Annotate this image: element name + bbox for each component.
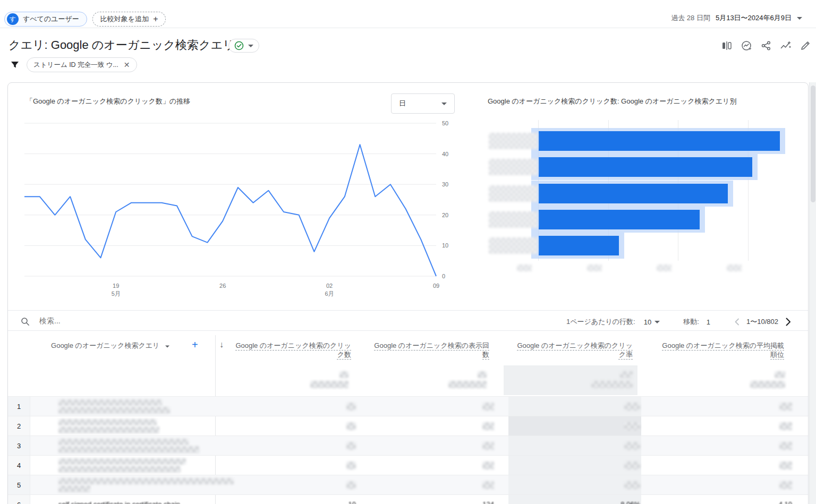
metric-cell	[497, 436, 643, 455]
bar	[539, 184, 728, 203]
row-number: 1	[8, 397, 30, 416]
pagination-range: 1〜10/802	[746, 317, 778, 327]
total-ctr-note-redacted	[591, 381, 633, 388]
y-axis-label: 30	[442, 181, 448, 187]
query-redacted	[58, 439, 189, 445]
column-header-query[interactable]: Google のオーガニック検索クエリ	[23, 341, 198, 350]
value-text: 4.10	[779, 500, 792, 504]
bar-label-redacted	[489, 211, 538, 228]
date-range-picker[interactable]: 過去 28 日間 5月13日〜2024年6月9日	[671, 13, 802, 23]
bar	[539, 210, 700, 229]
query-redacted	[58, 485, 90, 492]
all-users-label: すべてのユーザー	[23, 14, 79, 24]
value-redacted	[779, 462, 792, 469]
total-impressions-pct-redacted	[448, 381, 487, 388]
value-redacted	[482, 422, 494, 430]
bar-label-redacted	[489, 159, 538, 175]
value-redacted	[346, 442, 356, 450]
search-input[interactable]: 検索...	[39, 317, 61, 326]
date-range-label: 5月13日〜2024年6月9日	[716, 13, 792, 23]
metric-cell	[497, 397, 643, 416]
bar-label-redacted	[489, 133, 538, 149]
value-redacted	[346, 462, 356, 469]
bar-chart	[481, 120, 809, 274]
plus-icon: +	[153, 14, 158, 24]
row-number: 5	[8, 475, 30, 494]
row-number: 4	[8, 456, 30, 475]
query-text: self signed certificate in certificate c…	[58, 500, 180, 504]
column-header-ctr[interactable]: Google のオーガニック検索のクリック率	[511, 341, 633, 359]
close-icon[interactable]: ✕	[124, 61, 130, 69]
check-circle-icon	[234, 41, 244, 50]
column-header-impressions[interactable]: Google のオーガニック検索の表示回数	[372, 341, 489, 359]
table-row: 5	[8, 475, 808, 494]
insights-icon[interactable]	[740, 39, 753, 52]
metric-cell	[213, 475, 359, 494]
chevron-down-icon	[248, 45, 253, 47]
goto-page-input[interactable]: 1	[707, 318, 710, 326]
ctr-band-redacted	[504, 365, 638, 395]
scrollbar-thumb[interactable]	[811, 86, 815, 202]
metric-cell	[359, 397, 497, 416]
share-icon[interactable]	[760, 39, 772, 52]
edit-icon[interactable]	[799, 39, 812, 52]
row-number: 3	[8, 436, 30, 455]
value-text: 8.06%	[620, 500, 640, 504]
query-redacted	[58, 399, 162, 406]
total-ctr-redacted	[620, 371, 633, 378]
ctr-band-redacted	[508, 456, 641, 475]
y-axis-label: 50	[442, 120, 448, 126]
x-axis-sublabel: 6月	[325, 291, 334, 297]
ab-compare-icon[interactable]	[720, 39, 733, 52]
metric-cell	[359, 416, 497, 435]
value-redacted	[779, 481, 792, 489]
sort-desc-arrow-icon[interactable]: ↓	[219, 340, 224, 349]
filter-funnel-icon[interactable]	[8, 58, 21, 71]
add-column-button[interactable]: +	[192, 339, 198, 351]
chevron-down-icon	[797, 17, 802, 20]
table-row: 6self signed certificate in certificate …	[8, 494, 808, 504]
bar	[539, 236, 619, 255]
value-redacted	[346, 403, 356, 411]
line-chart: 01020304050195月26026月09	[24, 120, 457, 301]
query-redacted	[58, 419, 157, 425]
all-users-segment-chip[interactable]: す すべてのユーザー	[4, 12, 87, 27]
filter-chip-label: ストリーム ID 完全一致 ウ...	[33, 61, 118, 70]
value-text: 124	[482, 500, 494, 504]
next-page-icon[interactable]	[783, 317, 793, 327]
column-header-avg-position[interactable]: Google のオーガニック検索の平均掲載順位	[662, 341, 784, 359]
x-axis-label: 09	[433, 283, 439, 289]
report-card: 「Google のオーガニック検索のクリック数」の推移 日 0102030405…	[7, 82, 809, 504]
x-axis-label: 02	[326, 283, 333, 289]
prev-page-icon[interactable]	[733, 317, 742, 327]
ctr-band-redacted	[508, 397, 641, 416]
table-row: 3	[8, 435, 808, 455]
value-redacted	[779, 422, 792, 430]
add-comparison-button[interactable]: 比較対象を追加 +	[92, 12, 166, 27]
active-filter-chip[interactable]: ストリーム ID 完全一致 ウ... ✕	[27, 57, 137, 72]
query-redacted	[58, 446, 199, 453]
ctr-band-redacted	[508, 416, 641, 435]
column-header-clicks[interactable]: Google のオーガニック検索のクリック数	[234, 341, 351, 359]
rows-per-page-select[interactable]: 10	[644, 318, 660, 326]
segment-avatar: す	[7, 13, 19, 25]
metric-cell: 4.10	[643, 495, 795, 504]
metric-cell	[643, 456, 795, 475]
metric-cell	[359, 456, 497, 475]
value-text: 10	[348, 500, 356, 504]
metric-cell	[497, 416, 643, 435]
value-redacted	[624, 462, 640, 469]
x-axis-label-redacted	[587, 264, 602, 271]
query-cell	[30, 397, 213, 416]
scrollbar[interactable]	[809, 82, 816, 504]
sparkline-icon[interactable]	[779, 39, 792, 52]
x-axis-sublabel: 5月	[112, 291, 121, 297]
table-row: 1	[8, 396, 808, 416]
filter-bar: ストリーム ID 完全一致 ウ... ✕	[8, 57, 137, 72]
query-cell	[30, 475, 213, 494]
total-clicks-pct-redacted	[310, 381, 348, 388]
bar-label-redacted	[489, 185, 538, 202]
total-avgpos-note-redacted	[750, 381, 785, 388]
data-quality-badge[interactable]	[228, 39, 259, 53]
granularity-select[interactable]: 日	[391, 93, 455, 114]
